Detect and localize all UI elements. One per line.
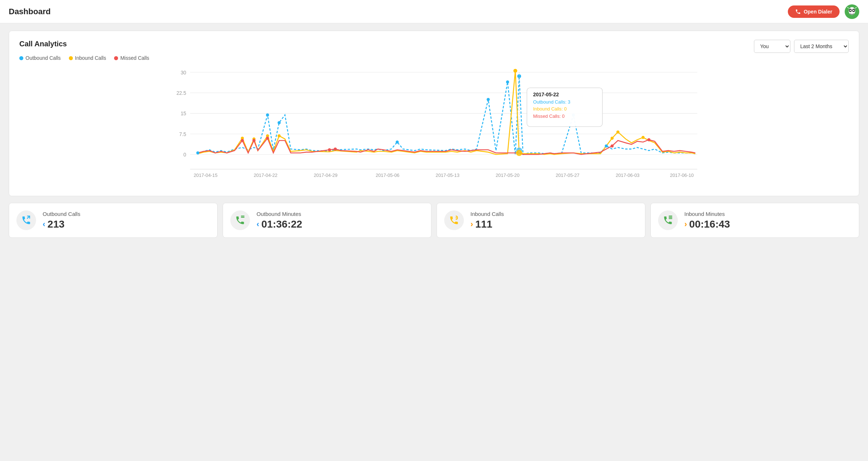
inbound-minutes-arrow: ›: [684, 220, 687, 229]
outbound-calls-info: Outbound Calls ‹ 213: [43, 211, 210, 230]
outbound-calls-arrow: ‹: [43, 220, 45, 229]
inbound-calls-arrow: ›: [470, 220, 473, 229]
outbound-minutes-number: 01:36:22: [261, 218, 302, 230]
svg-point-36: [605, 144, 608, 148]
stat-card-outbound-calls: Outbound Calls ‹ 213: [9, 203, 218, 238]
svg-point-32: [487, 98, 490, 101]
svg-text:2017-06-10: 2017-06-10: [670, 173, 693, 178]
svg-text:2017-05-27: 2017-05-27: [556, 173, 579, 178]
inbound-calls-label: Inbound Calls: [470, 211, 638, 217]
inbound-calls-number: 111: [475, 218, 492, 230]
svg-point-30: [278, 121, 281, 124]
svg-text:2017-05-13: 2017-05-13: [436, 173, 460, 178]
svg-point-28: [196, 151, 200, 155]
svg-point-48: [253, 139, 256, 142]
inbound-calls-value: › 111: [470, 218, 638, 230]
svg-text:2017-05-06: 2017-05-06: [376, 173, 399, 178]
inbound-calls-icon-wrap: [444, 210, 464, 230]
stat-card-outbound-minutes: Outbound Minutes ‹ 01:36:22: [223, 203, 431, 238]
svg-text:7.5: 7.5: [179, 131, 187, 137]
svg-point-5: [853, 9, 855, 11]
svg-text:2017-06-03: 2017-06-03: [616, 173, 640, 178]
avatar-image: [845, 5, 859, 18]
chart-container: 30 22.5 15 7.5 0 2017-04-15 2017-04-22 2…: [19, 65, 849, 189]
inbound-minutes-value: › 00:16:43: [684, 218, 852, 230]
you-filter-select[interactable]: You Team All: [754, 40, 790, 53]
analytics-header: Call Analytics You Team All Last 2 Month…: [19, 40, 849, 53]
svg-point-53: [647, 138, 650, 142]
svg-text:Inbound Calls: 0: Inbound Calls: 0: [533, 106, 567, 112]
svg-point-46: [642, 136, 645, 139]
svg-text:Outbound Calls: 3: Outbound Calls: 3: [533, 99, 570, 105]
outbound-calls-icon-wrap: [16, 210, 36, 230]
open-dialer-button[interactable]: Open Dialer: [788, 5, 840, 18]
svg-text:2017-05-22: 2017-05-22: [533, 92, 559, 97]
avatar[interactable]: [845, 4, 859, 19]
outbound-minutes-arrow: ‹: [257, 220, 259, 229]
phone-out-minutes-icon: [235, 215, 245, 225]
page-title: Dashboard: [9, 7, 51, 16]
outbound-calls-label: Outbound Calls: [43, 211, 210, 217]
header: Dashboard Open Dialer: [0, 0, 868, 23]
svg-text:2017-04-15: 2017-04-15: [194, 173, 218, 178]
legend-missed: Missed Calls: [114, 55, 149, 61]
main-content: Call Analytics You Team All Last 2 Month…: [0, 23, 868, 245]
header-right: Open Dialer: [788, 4, 859, 19]
phone-icon: [795, 9, 801, 15]
chart-legend: Outbound Calls Inbound Calls Missed Call…: [19, 55, 849, 61]
inbound-minutes-label: Inbound Minutes: [684, 211, 852, 217]
svg-text:2017-04-22: 2017-04-22: [254, 173, 277, 178]
outbound-calls-number: 213: [47, 218, 64, 230]
svg-point-41: [278, 134, 281, 137]
chart-svg: 30 22.5 15 7.5 0 2017-04-15 2017-04-22 2…: [19, 65, 849, 189]
svg-point-43: [516, 150, 522, 156]
svg-point-49: [266, 137, 269, 140]
outbound-calls-value: ‹ 213: [43, 218, 210, 230]
svg-point-52: [611, 144, 614, 148]
svg-point-31: [396, 140, 399, 144]
svg-point-42: [513, 69, 517, 73]
svg-text:15: 15: [181, 111, 187, 116]
svg-point-50: [328, 148, 331, 152]
svg-point-33: [506, 81, 509, 84]
svg-text:0: 0: [183, 152, 186, 158]
analytics-controls: You Team All Last 2 Months Last Month La…: [754, 40, 849, 53]
stats-row: Outbound Calls ‹ 213 Outbound Minutes ‹: [9, 203, 859, 238]
inbound-minutes-info: Inbound Minutes › 00:16:43: [684, 211, 852, 230]
legend-label-inbound: Inbound Calls: [75, 55, 106, 61]
svg-text:Missed Calls: 0: Missed Calls: 0: [533, 113, 564, 119]
svg-text:30: 30: [181, 70, 187, 75]
analytics-title: Call Analytics: [19, 40, 67, 48]
legend-inbound: Inbound Calls: [69, 55, 106, 61]
period-filter-select[interactable]: Last 2 Months Last Month Last Week: [794, 40, 849, 53]
svg-text:2017-05-20: 2017-05-20: [496, 173, 519, 178]
legend-dot-inbound: [69, 56, 73, 60]
legend-label-outbound: Outbound Calls: [26, 55, 61, 61]
svg-point-45: [616, 131, 619, 134]
outbound-minutes-label: Outbound Minutes: [257, 211, 424, 217]
inbound-minutes-icon-wrap: [658, 210, 678, 230]
svg-point-4: [850, 9, 851, 11]
legend-outbound: Outbound Calls: [19, 55, 61, 61]
legend-label-missed: Missed Calls: [120, 55, 149, 61]
svg-point-51: [334, 147, 337, 151]
legend-dot-outbound: [19, 56, 23, 60]
svg-text:2017-04-29: 2017-04-29: [314, 173, 337, 178]
svg-point-47: [241, 139, 244, 142]
chart-tooltip: 2017-05-22 Outbound Calls: 3 Inbound Cal…: [527, 88, 602, 127]
phone-out-icon: [21, 215, 31, 225]
analytics-card: Call Analytics You Team All Last 2 Month…: [9, 31, 859, 196]
stat-card-inbound-minutes: Inbound Minutes › 00:16:43: [650, 203, 859, 238]
outbound-minutes-icon-wrap: [230, 210, 250, 230]
phone-ring-icon: [449, 215, 459, 225]
svg-point-29: [266, 113, 269, 117]
phone-in-minutes-icon: [663, 215, 673, 225]
svg-text:22.5: 22.5: [176, 90, 186, 96]
stat-card-inbound-calls: Inbound Calls › 111: [437, 203, 645, 238]
svg-point-44: [611, 137, 614, 140]
open-dialer-label: Open Dialer: [804, 9, 832, 15]
inbound-minutes-number: 00:16:43: [689, 218, 730, 230]
legend-dot-missed: [114, 56, 118, 60]
inbound-calls-info: Inbound Calls › 111: [470, 211, 638, 230]
outbound-minutes-info: Outbound Minutes ‹ 01:36:22: [257, 211, 424, 230]
